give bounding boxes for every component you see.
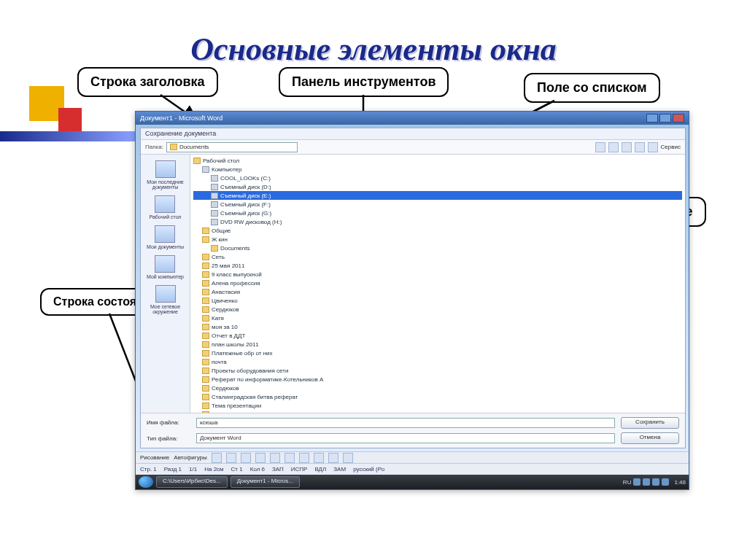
- tree-item[interactable]: Тема презентации: [193, 401, 682, 410]
- drive-icon: [211, 175, 218, 182]
- views-icon[interactable]: [648, 142, 658, 152]
- window-title-text: Документ1 - Microsoft Word: [140, 114, 222, 122]
- folder-icon: [202, 289, 209, 295]
- toolbar-icon[interactable]: [343, 453, 353, 463]
- places-item[interactable]: Мои последние документы: [142, 160, 188, 190]
- tree-item[interactable]: Съемный диск (G:): [193, 209, 682, 217]
- tray-icon[interactable]: [652, 478, 659, 486]
- filename-input[interactable]: ксюша: [196, 418, 615, 428]
- back-icon[interactable]: [595, 142, 605, 152]
- places-item[interactable]: Рабочий стол: [150, 195, 182, 219]
- close-button[interactable]: [673, 114, 684, 122]
- toolbar-icon[interactable]: [270, 453, 280, 463]
- drive-icon: [202, 166, 209, 173]
- tree-item[interactable]: Платежные обр от них: [193, 349, 682, 357]
- tree-item[interactable]: Цвиченко: [193, 296, 682, 305]
- tree-item[interactable]: Анастасия: [193, 287, 682, 296]
- folder-icon: [202, 368, 209, 374]
- up-icon[interactable]: [608, 142, 619, 152]
- toolbar-icon[interactable]: [285, 453, 295, 463]
- tray-icon[interactable]: [633, 478, 640, 486]
- drive-icon: [211, 210, 218, 217]
- tree-item[interactable]: Проекты оборудования сети: [193, 366, 682, 375]
- status-item: ИСПР: [291, 466, 308, 472]
- tree-item[interactable]: Сердюков: [193, 384, 682, 392]
- folder-icon: [202, 280, 209, 287]
- tree-item[interactable]: Сталинградская битва реферат: [193, 392, 682, 401]
- tree-item[interactable]: Рабочий стол: [193, 156, 682, 165]
- drive-icon: [211, 192, 218, 199]
- folder-icon: [170, 144, 177, 150]
- tree-item[interactable]: почта: [193, 357, 682, 366]
- toolbar-item[interactable]: Рисование: [140, 454, 169, 461]
- taskbar-item[interactable]: Документ1 - Micros...: [231, 476, 300, 488]
- filetype-combo[interactable]: Документ Word: [196, 433, 615, 443]
- cancel-button[interactable]: Отмена: [621, 432, 679, 444]
- places-item[interactable]: Мое сетевое окружение: [142, 285, 188, 314]
- tree-item[interactable]: Сердюков: [193, 305, 682, 314]
- tree-item[interactable]: Общие: [193, 226, 682, 235]
- toolbar-icon[interactable]: [212, 453, 222, 463]
- maximize-button[interactable]: [659, 114, 671, 122]
- tree-item[interactable]: УРОКИ ДЛЯ ПРЕЗЕНТАЦИИ: [193, 410, 682, 413]
- tray-icon[interactable]: [643, 478, 650, 486]
- tree-item[interactable]: Отчет в ДДТ: [193, 331, 682, 340]
- tree-item[interactable]: Реферат по информатике-Котельников А: [193, 375, 682, 384]
- tree-item[interactable]: Ж кин: [193, 235, 682, 244]
- folder-icon: [193, 158, 201, 164]
- toolbar-icon[interactable]: [255, 453, 266, 463]
- folder-icon: [202, 376, 209, 383]
- toolbar-icon[interactable]: [226, 453, 236, 463]
- folder-icon: [202, 394, 209, 400]
- dialog-title: Сохранение документа: [141, 128, 685, 140]
- tree-item[interactable]: Сеть: [193, 252, 682, 261]
- tree-item[interactable]: Съемный диск (E:): [193, 191, 682, 200]
- path-combo[interactable]: Documents: [166, 142, 298, 152]
- toolbar-icon[interactable]: [314, 453, 324, 463]
- window-titlebar[interactable]: Документ1 - Microsoft Word: [136, 112, 689, 125]
- tree-item[interactable]: Компьютер: [193, 165, 682, 174]
- tree-item[interactable]: Съемный диск (F:): [193, 200, 682, 209]
- tree-item[interactable]: COOL_LOOKs (C:): [193, 174, 682, 182]
- dialog-bottom: Имя файла: ксюша Сохранить Тип файла: До…: [141, 413, 685, 448]
- toolbar-icon[interactable]: [299, 453, 309, 463]
- newfolder-icon[interactable]: [635, 142, 645, 152]
- tree-item[interactable]: DVD RW дисковод (H:): [193, 217, 682, 226]
- tree-item[interactable]: 25 мая 2011: [193, 261, 682, 270]
- clock: 1:48: [674, 479, 686, 486]
- tree-item[interactable]: Катя: [193, 314, 682, 322]
- status-item: 1/1: [189, 466, 197, 472]
- minimize-button[interactable]: [646, 114, 658, 122]
- taskbar-item[interactable]: C:\Users\Ирбис\Des...: [156, 476, 228, 488]
- folder-icon: [202, 271, 209, 278]
- tree-item[interactable]: Documents: [193, 244, 682, 252]
- tree-item[interactable]: 9 класс выпускной: [193, 270, 682, 279]
- app-window: Документ1 - Microsoft Word Сохранение до…: [135, 111, 689, 490]
- filename-label: Имя файла:: [147, 419, 190, 426]
- toolbar-icon[interactable]: [241, 453, 251, 463]
- places-item[interactable]: Мои документы: [147, 225, 184, 249]
- tray-icon[interactable]: [662, 478, 669, 486]
- folder-icon: [202, 341, 209, 348]
- file-list[interactable]: Рабочий столКомпьютерCOOL_LOOKs (C:)Съем…: [190, 155, 685, 413]
- lang-indicator[interactable]: RU: [623, 479, 632, 486]
- toolbar-item[interactable]: Автофигуры: [174, 454, 207, 461]
- status-item: Стр. 1: [140, 466, 157, 472]
- folder-icon: [202, 324, 209, 330]
- filetype-label: Тип файла:: [147, 435, 190, 442]
- path-label: Папка:: [145, 144, 163, 150]
- delete-icon[interactable]: [622, 142, 632, 152]
- tree-item[interactable]: Алена профессия: [193, 279, 682, 287]
- toolbar-icon[interactable]: [328, 453, 338, 463]
- places-bar: Мои последние документыРабочий столМои д…: [141, 155, 190, 413]
- service-label[interactable]: Сервис: [661, 144, 681, 150]
- callout-titlebar: Строка заголовка: [77, 67, 218, 97]
- tree-item[interactable]: моя за 10: [193, 322, 682, 331]
- tree-item[interactable]: Съемный диск (D:): [193, 182, 682, 191]
- places-item[interactable]: Мой компьютер: [147, 255, 184, 279]
- start-button[interactable]: [139, 476, 153, 488]
- save-button[interactable]: Сохранить: [621, 417, 679, 429]
- dialog-toolbar: Папка: Documents Сервис: [141, 140, 685, 155]
- folder-icon: [202, 315, 209, 322]
- tree-item[interactable]: план школы 2011: [193, 340, 682, 349]
